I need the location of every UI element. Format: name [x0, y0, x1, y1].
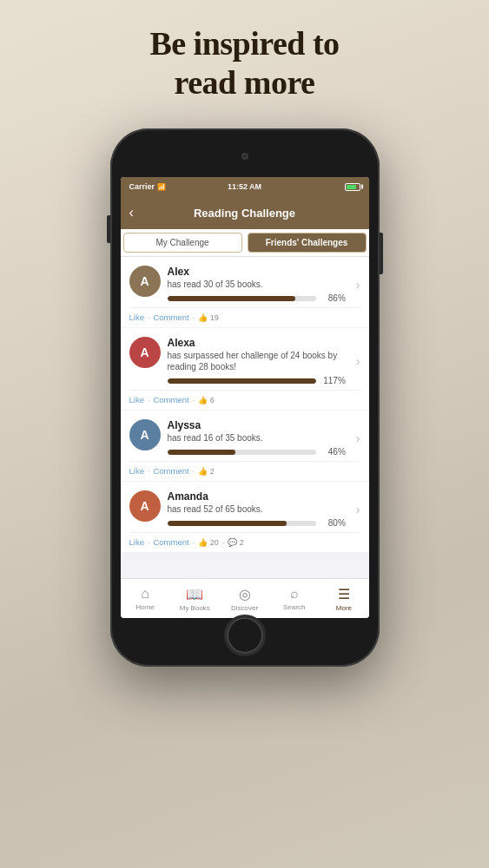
comment-button[interactable]: Comment	[153, 395, 188, 404]
progress-bar-fill	[168, 450, 236, 455]
avatar: A	[129, 490, 161, 522]
carrier-text: Carrier	[129, 182, 155, 191]
comment-button[interactable]: Comment	[153, 537, 188, 547]
bottom-nav-home[interactable]: ⌂ Home	[121, 586, 170, 611]
friend-description: has read 52 of 65 books.	[168, 503, 346, 515]
friend-description: has surpassed her challenge of 24 books …	[168, 350, 346, 372]
back-button[interactable]: ‹	[129, 205, 134, 220]
friends-list: A Alex has read 30 of 35 books. 86% › Li…	[121, 257, 369, 578]
tab-my-challenge-label: My Challenge	[155, 238, 208, 247]
like-button[interactable]: Like	[129, 395, 144, 404]
phone-shell: Carrier 📶 11:52 AM ‹ Reading Challenge M…	[110, 128, 380, 667]
like-count: 👍 19	[198, 313, 219, 322]
battery-fill	[347, 185, 357, 189]
nav-title: Reading Challenge	[194, 207, 295, 220]
friend-item[interactable]: A Amanda has read 52 of 65 books. 80% › …	[121, 482, 369, 552]
friend-top: A Alyssa has read 16 of 35 books. 46% ›	[129, 419, 360, 457]
friend-top: A Alexa has surpassed her challenge of 2…	[129, 337, 360, 385]
status-time: 11:52 AM	[228, 182, 261, 191]
like-button[interactable]: Like	[129, 537, 144, 547]
friend-item[interactable]: A Alex has read 30 of 35 books. 86% › Li…	[121, 257, 369, 327]
chevron-right-icon[interactable]: ›	[356, 503, 360, 516]
separator-dot-2: ·	[193, 538, 195, 547]
like-button[interactable]: Like	[129, 466, 144, 476]
social-row: Like · Comment · 👍 19	[129, 307, 360, 322]
bottom-nav-search[interactable]: ⌕ Search	[269, 586, 319, 611]
carrier-label: Carrier 📶	[129, 182, 167, 191]
friend-top: A Alex has read 30 of 35 books. 86% ›	[129, 266, 360, 303]
nav-label-more: More	[336, 604, 352, 612]
nav-label-home: Home	[135, 603, 154, 611]
social-dot: ·	[222, 538, 225, 547]
nav-icon-my books: 📖	[186, 586, 203, 602]
friend-item[interactable]: A Alyssa has read 16 of 35 books. 46% › …	[121, 411, 369, 481]
bottom-nav-discover[interactable]: ◎ Discover	[220, 586, 269, 612]
progress-row: 46%	[168, 447, 346, 457]
social-row: Like · Comment · 👍 20 · 💬 2	[129, 532, 360, 547]
nav-icon-search: ⌕	[290, 586, 299, 602]
bottom-nav: ⌂ Home 📖 My Books ◎ Discover ⌕ Search ☰ …	[121, 578, 369, 618]
friend-top: A Amanda has read 52 of 65 books. 80% ›	[129, 490, 360, 528]
avatar: A	[129, 337, 161, 368]
progress-percentage: 46%	[321, 447, 346, 457]
separator-dot: ·	[148, 396, 150, 404]
progress-percentage: 80%	[321, 518, 346, 528]
home-button[interactable]	[224, 615, 266, 656]
like-button[interactable]: Like	[129, 312, 144, 322]
hero-line2: read more	[175, 64, 315, 101]
battery-area	[345, 183, 360, 191]
friend-name: Alex	[168, 266, 346, 278]
avatar: A	[129, 266, 161, 297]
hero-line1: Be inspired to	[149, 25, 339, 62]
progress-bar-bg	[168, 450, 316, 455]
friend-name: Amanda	[168, 490, 346, 503]
bottom-nav-my-books[interactable]: 📖 My Books	[170, 586, 220, 612]
nav-label-search: Search	[283, 603, 305, 611]
nav-icon-home: ⌂	[141, 586, 149, 602]
separator-dot-2: ·	[193, 313, 195, 322]
separator-dot: ·	[148, 467, 150, 476]
like-count: 👍 20	[198, 538, 219, 547]
chevron-right-icon[interactable]: ›	[356, 354, 360, 368]
progress-row: 117%	[168, 376, 346, 385]
bottom-nav-more[interactable]: ☰ More	[319, 586, 368, 612]
progress-bar-bg	[168, 521, 316, 526]
progress-bar-bg	[168, 378, 316, 384]
comment-button[interactable]: Comment	[153, 466, 188, 476]
separator-dot-2: ·	[193, 396, 195, 404]
nav-label-discover: Discover	[231, 604, 258, 612]
nav-bar: ‹ Reading Challenge	[121, 196, 369, 229]
like-count: 👍 2	[198, 467, 215, 476]
camera-dot	[241, 153, 248, 160]
tab-my-challenge[interactable]: My Challenge	[123, 233, 242, 253]
separator-dot: ·	[148, 538, 150, 547]
nav-icon-more: ☰	[338, 586, 350, 602]
progress-bar-fill	[168, 296, 295, 301]
chevron-right-icon[interactable]: ›	[356, 431, 360, 445]
progress-row: 86%	[168, 293, 346, 303]
wifi-icon: 📶	[157, 183, 166, 191]
friend-name: Alexa	[168, 337, 346, 349]
progress-percentage: 86%	[321, 293, 346, 303]
comment-button[interactable]: Comment	[153, 312, 188, 322]
separator-dot-2: ·	[193, 467, 195, 476]
friend-info: Alyssa has read 16 of 35 books. 46%	[168, 419, 346, 457]
avatar: A	[129, 419, 161, 450]
social-row: Like · Comment · 👍 2	[129, 461, 360, 476]
friend-description: has read 30 of 35 books.	[168, 279, 346, 290]
chevron-right-icon[interactable]: ›	[356, 278, 360, 292]
tab-friends-challenges[interactable]: Friends' Challenges	[248, 233, 367, 253]
friend-description: has read 16 of 35 books.	[168, 432, 346, 444]
progress-row: 80%	[168, 518, 346, 528]
status-bar: Carrier 📶 11:52 AM	[121, 177, 369, 196]
like-count: 👍 6	[198, 396, 215, 404]
comment-count: 💬 2	[228, 538, 244, 547]
battery-icon	[345, 183, 360, 191]
friend-info: Alex has read 30 of 35 books. 86%	[168, 266, 346, 303]
friend-item[interactable]: A Alexa has surpassed her challenge of 2…	[121, 328, 369, 410]
hero-text: Be inspired to read more	[0, 24, 489, 102]
progress-bar-fill	[168, 521, 287, 526]
phone-screen: Carrier 📶 11:52 AM ‹ Reading Challenge M…	[121, 177, 369, 618]
social-row: Like · Comment · 👍 6	[129, 390, 360, 404]
tab-friends-challenges-label: Friends' Challenges	[266, 238, 348, 247]
